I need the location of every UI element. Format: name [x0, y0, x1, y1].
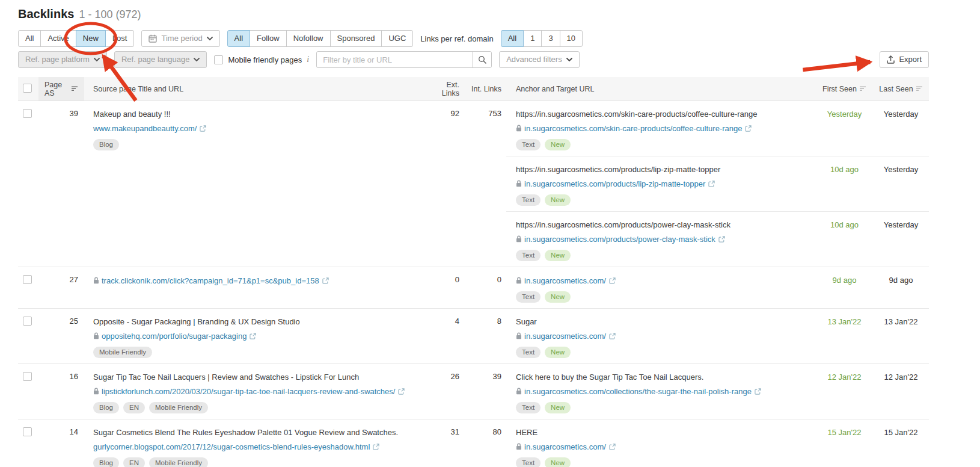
page-as-value: 14 [38, 419, 84, 467]
status-filter-all[interactable]: All [18, 30, 41, 47]
backlink-badges: TextNew [516, 291, 816, 303]
target-url[interactable]: in.sugarcosmetics.com/collections/the-su… [516, 386, 816, 397]
external-link-icon[interactable] [745, 125, 752, 132]
external-link-icon[interactable] [708, 181, 715, 187]
export-label: Export [899, 55, 922, 64]
filter-toolbar-top: AllActiveNewLost Time period AllFollowNo… [18, 30, 929, 47]
target-url[interactable]: in.sugarcosmetics.com/ [516, 441, 816, 453]
source-url[interactable]: gurlycorner.blogspot.com/2017/12/sugar-c… [93, 441, 427, 453]
first-seen-value: 13 Jan'22 [816, 317, 873, 358]
follow-filter-follow[interactable]: Follow [250, 30, 287, 47]
follow-filter-ugc[interactable]: UGC [381, 30, 413, 47]
search-input[interactable] [317, 52, 472, 67]
lock-icon [516, 277, 522, 284]
target-url[interactable]: in.sugarcosmetics.com/skin-care-products… [516, 123, 816, 134]
info-icon[interactable]: i [307, 55, 309, 64]
badge-new: New [545, 402, 571, 413]
lock-icon [93, 388, 99, 395]
external-link-icon[interactable] [609, 277, 616, 284]
row-checkbox[interactable] [23, 317, 32, 326]
source-url[interactable]: www.makeupandbeautty.com/ [93, 123, 427, 134]
backlinks-group: Click here to buy the Sugar Tip Tac Toe … [506, 364, 929, 419]
mobile-friendly-filter[interactable]: Mobile friendly pages i [214, 55, 309, 64]
external-link-icon[interactable] [609, 444, 616, 450]
follow-filter-sponsored[interactable]: Sponsored [330, 30, 382, 47]
badge-text: Text [516, 250, 541, 261]
column-header-first-seen[interactable]: First Seen [816, 85, 873, 93]
anchor-text: Click here to buy the Sugar Tip Tac Toe … [516, 372, 816, 383]
source-url[interactable]: oppositehq.com/portfolio/sugar-packaging [93, 330, 427, 342]
export-button[interactable]: Export [880, 51, 929, 68]
backlink-badges: TextNew [516, 194, 816, 206]
column-header-page-as[interactable]: Page AS [38, 77, 84, 101]
result-range: 1 - 100 (972) [79, 8, 141, 21]
advanced-filters-label: Advanced filters [506, 55, 562, 64]
target-url[interactable]: in.sugarcosmetics.com/products/lip-zip-m… [516, 178, 816, 190]
external-link-icon[interactable] [718, 236, 725, 243]
external-link-icon[interactable] [200, 125, 206, 132]
table-header: Page AS Source page Title and URL Ext. L… [18, 77, 929, 101]
follow-filter-nofollow[interactable]: Nofollow [286, 30, 331, 47]
row-checkbox[interactable] [23, 427, 32, 436]
follow-filter-all[interactable]: All [227, 30, 250, 47]
chevron-down-icon [207, 37, 213, 41]
column-header-source[interactable]: Source page Title and URL [84, 85, 427, 93]
source-cell: Sugar Tip Tac Toe Nail Lacquers | Review… [84, 364, 427, 419]
anchor-cell: https://in.sugarcosmetics.com/products/l… [506, 164, 816, 206]
page-as-value: 39 [38, 101, 84, 267]
select-all-checkbox[interactable] [23, 84, 32, 93]
int-links-value: 39 [464, 364, 506, 419]
backlink-entry: Sugar in.sugarcosmetics.com/ TextNew 13 … [506, 309, 929, 363]
page-as-value: 25 [38, 309, 84, 363]
source-cell: track.clickonik.com/click?campaign_id=71… [84, 267, 427, 308]
external-link-icon[interactable] [322, 277, 329, 284]
mobile-friendly-checkbox[interactable] [214, 55, 223, 64]
ref-page-platform-label: Ref. page platform [25, 55, 90, 64]
target-url[interactable]: in.sugarcosmetics.com/products/power-cla… [516, 234, 816, 245]
sort-icon [72, 86, 78, 91]
external-link-icon[interactable] [398, 388, 405, 395]
links-per-domain-filter-10[interactable]: 10 [560, 30, 583, 47]
links-per-domain-filter-all[interactable]: All [501, 30, 524, 47]
backlinks-report: Backlinks 1 - 100 (972) AllActiveNewLost… [18, 0, 929, 467]
status-filter-new[interactable]: New [76, 30, 106, 47]
row-checkbox[interactable] [23, 109, 32, 118]
source-url[interactable]: lipstickforlunch.com/2020/03/20/sugar-ti… [93, 386, 427, 397]
target-url[interactable]: in.sugarcosmetics.com/ [516, 275, 816, 286]
links-per-domain-filter-1[interactable]: 1 [523, 30, 542, 47]
column-header-int-links[interactable]: Int. Links [464, 85, 506, 93]
backlink-entry: https://in.sugarcosmetics.com/products/l… [506, 156, 929, 211]
search-button[interactable] [472, 52, 491, 67]
row-checkbox[interactable] [23, 275, 32, 284]
ref-page-platform-dropdown[interactable]: Ref. page platform [18, 51, 107, 68]
last-seen-value: Yesterday [873, 164, 929, 206]
badge-blog: Blog [93, 139, 119, 150]
source-url[interactable]: track.clickonik.com/click?campaign_id=71… [93, 275, 427, 286]
external-link-icon[interactable] [250, 333, 256, 339]
title-url-search [316, 51, 492, 68]
lock-icon [516, 235, 522, 243]
external-link-icon[interactable] [609, 333, 616, 339]
column-header-anchor[interactable]: Anchor and Target URL [506, 85, 816, 93]
advanced-filters-dropdown[interactable]: Advanced filters [499, 51, 580, 68]
status-filter-lost[interactable]: Lost [105, 30, 135, 47]
target-url[interactable]: in.sugarcosmetics.com/ [516, 330, 816, 342]
time-period-dropdown[interactable]: Time period [141, 30, 219, 47]
column-header-last-seen[interactable]: Last Seen [873, 85, 929, 93]
lock-icon [516, 125, 522, 132]
source-cell: Opposite - Sugar Packaging | Branding & … [84, 309, 427, 363]
status-filter-active[interactable]: Active [40, 30, 76, 47]
ref-page-language-dropdown[interactable]: Ref. page language [114, 51, 207, 68]
first-seen-value: 15 Jan'22 [816, 427, 873, 467]
chevron-down-icon [194, 58, 200, 62]
anchor-cell: https://in.sugarcosmetics.com/skin-care-… [506, 109, 816, 150]
links-per-domain-label: Links per ref. domain [420, 34, 493, 43]
source-cell: Sugar Cosmetics Blend The Rules Eyeshado… [84, 419, 427, 467]
row-checkbox[interactable] [23, 372, 32, 381]
backlinks-table: Page AS Source page Title and URL Ext. L… [18, 77, 929, 467]
column-header-ext-links[interactable]: Ext. Links [427, 81, 464, 97]
external-link-icon[interactable] [373, 444, 379, 450]
links-per-domain-filter-3[interactable]: 3 [541, 30, 560, 47]
external-link-icon[interactable] [755, 388, 761, 395]
source-title: Sugar Cosmetics Blend The Rules Eyeshado… [93, 427, 427, 438]
